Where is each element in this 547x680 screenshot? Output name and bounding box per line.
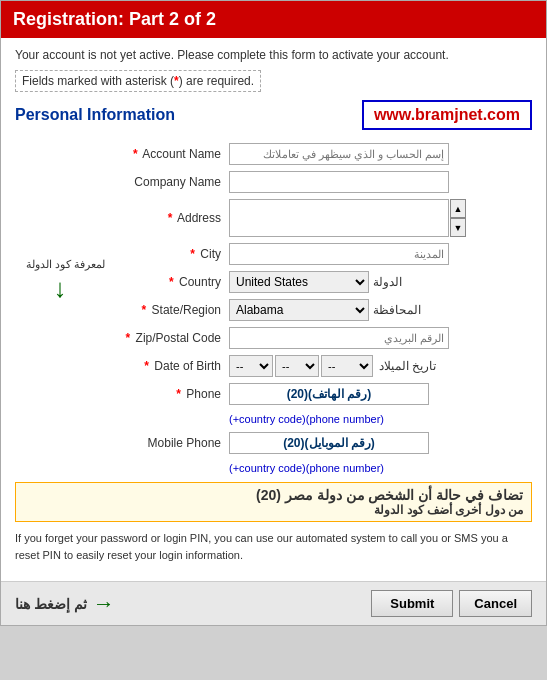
zip-row: * Zip/Postal Code: [105, 324, 532, 352]
req-asterisk-city: *: [190, 247, 195, 261]
submit-button[interactable]: Submit: [371, 590, 453, 617]
brand-box: www.bramjnet.com: [362, 100, 532, 130]
section-header-row: Personal Information www.bramjnet.com: [15, 100, 532, 130]
section-title: Personal Information: [15, 106, 175, 124]
city-label: City: [200, 247, 221, 261]
phone-input-cell: [225, 380, 532, 408]
mobile-hint-row: (+country code)(phone number): [105, 457, 532, 478]
state-label-cell: * State/Region: [105, 296, 225, 324]
mobile-input[interactable]: [229, 432, 429, 454]
state-label: State/Region: [152, 303, 221, 317]
cancel-button[interactable]: Cancel: [459, 590, 532, 617]
country-select[interactable]: United States: [229, 271, 369, 293]
page-header: Registration: Part 2 of 2: [1, 1, 546, 38]
account-name-input-cell: [225, 140, 532, 168]
phone-country-code-hint: (+country code)(phone number): [229, 413, 384, 425]
account-name-label-cell: * Account Name: [105, 140, 225, 168]
phone-label-cell: * Phone: [105, 380, 225, 408]
phone-hint-cell: (+country code)(phone number): [225, 408, 532, 429]
address-label: Address: [177, 211, 221, 225]
left-annotation: لمعرفة كود الدولة ↓: [15, 140, 105, 478]
form-main: * Account Name Company Name: [105, 140, 532, 478]
req-asterisk-account: *: [133, 147, 138, 161]
address-row: * Address ▲ ▼: [105, 196, 532, 240]
footer-buttons: Submit Cancel: [371, 590, 532, 617]
zip-input-cell: [225, 324, 532, 352]
country-input-cell: United States الدولة: [225, 268, 532, 296]
company-name-label-cell: Company Name: [105, 168, 225, 196]
zip-label: Zip/Postal Code: [136, 331, 221, 345]
city-label-cell: * City: [105, 240, 225, 268]
state-arabic-label: المحافظة: [373, 303, 421, 317]
footer-arabic-prompt: ثم إضغط هنا: [15, 596, 87, 612]
phone-hint-row: (+country code)(phone number): [105, 408, 532, 429]
mobile-label: Mobile Phone: [148, 436, 221, 450]
req-asterisk-address: *: [168, 211, 173, 225]
req-asterisk-zip: *: [126, 331, 131, 345]
country-code-note: تضاف في حالة أن الشخص من دولة مصر (20) م…: [15, 482, 532, 522]
account-notice: Your account is not yet active. Please c…: [15, 48, 532, 62]
account-name-label: Account Name: [142, 147, 221, 161]
dob-day-select[interactable]: --: [229, 355, 273, 377]
main-content: Your account is not yet active. Please c…: [1, 38, 546, 581]
account-name-input[interactable]: [229, 143, 449, 165]
page-title: Registration: Part 2 of 2: [13, 9, 216, 29]
req-asterisk-dob: *: [144, 359, 149, 373]
mobile-label-cell: Mobile Phone: [105, 429, 225, 457]
phone-label: Phone: [186, 387, 221, 401]
country-code-note-line1: تضاف في حالة أن الشخص من دولة مصر (20): [24, 487, 523, 503]
req-asterisk-phone: *: [176, 387, 181, 401]
phone-hint-empty: [105, 408, 225, 429]
address-scroll-up[interactable]: ▲: [450, 199, 466, 218]
company-name-input-cell: [225, 168, 532, 196]
footer-arrow-icon: →: [93, 591, 115, 617]
company-name-input[interactable]: [229, 171, 449, 193]
info-text: If you forget your password or login PIN…: [15, 530, 532, 563]
city-row: * City: [105, 240, 532, 268]
address-input-cell: ▲ ▼: [225, 196, 532, 240]
required-note-text2: ) are required.: [179, 74, 254, 88]
footer-bar: ثم إضغط هنا → Submit Cancel: [1, 581, 546, 625]
city-input[interactable]: [229, 243, 449, 265]
company-name-label: Company Name: [134, 175, 221, 189]
account-name-row: * Account Name: [105, 140, 532, 168]
state-row: * State/Region Alabama المحافظة: [105, 296, 532, 324]
req-asterisk-country: *: [169, 275, 174, 289]
state-input-cell: Alabama المحافظة: [225, 296, 532, 324]
phone-input[interactable]: [229, 383, 429, 405]
dob-month-select[interactable]: --: [275, 355, 319, 377]
dob-arabic-label: تاريخ الميلاد: [379, 359, 436, 373]
company-name-row: Company Name: [105, 168, 532, 196]
mobile-row: Mobile Phone: [105, 429, 532, 457]
country-label: Country: [179, 275, 221, 289]
page-container: Registration: Part 2 of 2 Your account i…: [0, 0, 547, 626]
form-table: * Account Name Company Name: [105, 140, 532, 478]
phone-row: * Phone: [105, 380, 532, 408]
down-arrow-icon: ↓: [15, 275, 105, 301]
country-code-note-line2: من دول أخرى أضف كود الدولة: [24, 503, 523, 517]
dob-row: * Date of Birth -- --: [105, 352, 532, 380]
address-label-cell: * Address: [105, 196, 225, 240]
country-label-cell: * Country: [105, 268, 225, 296]
mobile-hint-cell: (+country code)(phone number): [225, 457, 532, 478]
city-annotation-text: لمعرفة كود الدولة: [15, 258, 105, 271]
country-row: * Country United States الدولة: [105, 268, 532, 296]
zip-label-cell: * Zip/Postal Code: [105, 324, 225, 352]
footer-left: ثم إضغط هنا →: [15, 591, 115, 617]
zip-input[interactable]: [229, 327, 449, 349]
brand-url: www.bramjnet.com: [374, 106, 520, 123]
dob-label-cell: * Date of Birth: [105, 352, 225, 380]
state-select[interactable]: Alabama: [229, 299, 369, 321]
address-scroll-down[interactable]: ▼: [450, 218, 466, 237]
required-note-text1: Fields marked with asterisk (: [22, 74, 174, 88]
req-asterisk-state: *: [142, 303, 147, 317]
country-arabic-label: الدولة: [373, 275, 402, 289]
mobile-country-code-hint: (+country code)(phone number): [229, 462, 384, 474]
required-note: Fields marked with asterisk (*) are requ…: [15, 70, 261, 92]
city-input-cell: [225, 240, 532, 268]
dob-input-cell: -- -- -- تاريخ الميلاد: [225, 352, 532, 380]
dob-label: Date of Birth: [154, 359, 221, 373]
dob-year-select[interactable]: --: [321, 355, 373, 377]
mobile-input-cell: [225, 429, 532, 457]
address-input[interactable]: [229, 199, 449, 237]
